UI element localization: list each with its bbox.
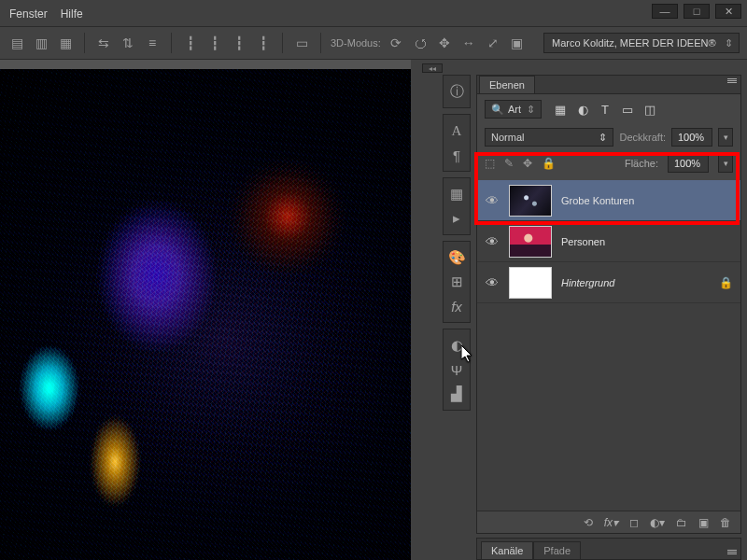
scale-icon[interactable]: ⤢ [484,34,502,52]
workspace-value: Marco Kolditz, MEER DER IDEEN® [552,37,716,49]
fill-stepper[interactable]: ▾ [718,154,733,173]
layer-thumbnail[interactable] [509,185,552,217]
spacing-icon[interactable]: ┇ [230,34,248,52]
pan-icon[interactable]: ✥ [435,34,454,52]
filter-adjustment-icon[interactable]: ◐ [575,102,590,117]
lock-icon: 🔒 [719,276,733,289]
blend-mode-dropdown[interactable]: Normal ⇕ [485,128,613,147]
spacing-icon[interactable]: ┇ [181,34,200,52]
layer-row[interactable]: 👁Hintergrund🔒 [477,262,740,303]
divider [84,33,85,53]
lock-all-icon[interactable]: 🔒 [542,157,556,170]
grid-icon[interactable]: ⊞ [444,270,470,294]
lock-fill-row: ⬚ ✎ ✥ 🔒 Fläche: 100% ▾ [477,150,740,180]
menu-fenster[interactable]: Fenster [9,7,48,21]
divider [282,33,283,53]
layer-list: 👁Grobe Konturen👁Personen👁Hintergrund🔒 [477,180,740,511]
layer-mask-icon[interactable]: ◻ [629,516,639,529]
layer-thumbnail[interactable] [509,226,552,258]
menubar: Fenster Hilfe [0,4,92,24]
canvas-area[interactable] [0,60,411,560]
swatches-icon[interactable]: ▦ [444,182,470,206]
panel-menu-icon[interactable] [727,78,737,83]
layer-name[interactable]: Personen [561,236,605,247]
delete-layer-icon[interactable]: 🗑 [720,516,731,529]
group-icon[interactable]: 🗀 [676,516,687,529]
layer-filter-row: 🔍 Art ⇕ ▦ ◐ T ▭ ◫ [477,94,740,124]
minimize-button[interactable]: — [652,4,678,19]
panel-collapse-handle[interactable]: ◂◂ [422,63,443,73]
auto-align-icon[interactable]: ▭ [292,34,311,52]
divider [320,33,321,53]
options-bar: ▤ ▥ ▦ ⇆ ⇅ ≡ ┇ ┇ ┇ ┇ ▭ 3D-Modus: ⟳ ⭯ ✥ ↔ … [0,26,747,60]
filter-smart-icon[interactable]: ◫ [642,102,657,117]
chevron-down-icon: ⇕ [527,104,535,116]
chevron-updown-icon: ⇕ [725,37,733,49]
layer-row[interactable]: 👁Grobe Konturen [477,180,740,221]
tab-ebenen[interactable]: Ebenen [479,76,535,93]
menu-hilfe[interactable]: Hilfe [61,7,83,21]
histogram-icon[interactable]: ▟ [444,382,470,406]
mode3d-label: 3D-Modus: [331,37,381,49]
visibility-eye-icon[interactable]: 👁 [485,193,500,208]
layer-name[interactable]: Grobe Konturen [561,195,634,206]
camera-icon[interactable]: ▣ [508,34,527,52]
layer-fx-icon[interactable]: fx▾ [604,516,618,529]
fill-label: Fläche: [625,158,658,169]
orbit-icon[interactable]: ⟳ [387,34,405,52]
link-layers-icon[interactable]: ⟲ [584,516,593,529]
tab-pfade[interactable]: Pfade [533,541,581,559]
roll-icon[interactable]: ⭯ [411,34,430,52]
visibility-eye-icon[interactable]: 👁 [485,234,500,249]
blend-opacity-row: Normal ⇕ Deckkraft: 100% ▾ [477,124,740,150]
new-layer-icon[interactable]: ▣ [698,516,709,529]
opacity-label: Deckkraft: [619,132,666,143]
document-image [0,69,411,560]
window-controls: — □ ✕ [652,4,741,19]
play-icon[interactable]: ▸ [444,206,470,231]
maximize-button[interactable]: □ [684,4,710,19]
layer-name[interactable]: Hintergrund [561,277,614,288]
fill-field[interactable]: 100% [668,154,709,173]
lock-pixels-icon[interactable]: ✎ [504,157,514,170]
adjustment-layer-icon[interactable]: ◐▾ [650,516,665,529]
chevron-down-icon: ⇕ [599,132,607,144]
align-left-icon[interactable]: ▤ [7,34,26,52]
character-icon[interactable]: A [444,119,470,143]
color-icon[interactable]: 🎨 [444,245,470,270]
distribute-v-icon[interactable]: ⇅ [119,34,137,52]
divider [171,33,172,53]
layers-panel: Ebenen 🔍 Art ⇕ ▦ ◐ T ▭ ◫ Normal ⇕ Deckkr… [476,75,741,534]
visibility-eye-icon[interactable]: 👁 [485,275,500,290]
filter-pixel-icon[interactable]: ▦ [553,102,568,117]
panel-menu-icon[interactable] [727,550,737,559]
align-right-icon[interactable]: ▦ [56,34,75,52]
filter-kind-value: Art [508,104,521,115]
mouse-cursor [461,345,476,366]
layer-row[interactable]: 👁Personen [477,221,740,262]
close-button[interactable]: ✕ [715,4,741,19]
slide-icon[interactable]: ↔ [459,34,478,52]
filter-type-icon[interactable]: T [598,102,613,117]
paragraph-icon[interactable]: ¶ [444,143,470,167]
blend-mode-value: Normal [491,132,524,143]
lock-transparent-icon[interactable]: ⬚ [485,157,495,170]
spacing-icon[interactable]: ┇ [205,34,224,52]
filter-shape-icon[interactable]: ▭ [620,102,635,117]
opacity-stepper[interactable]: ▾ [718,128,733,147]
distribute-h-icon[interactable]: ⇆ [94,34,113,52]
distribute-center-icon[interactable]: ≡ [143,34,162,52]
lock-position-icon[interactable]: ✥ [523,157,532,170]
opacity-field[interactable]: 100% [671,128,712,147]
styles-icon[interactable]: fx [444,294,470,318]
search-icon: 🔍 [491,104,504,116]
channels-panel-header: Kanäle Pfade [476,538,741,560]
layers-panel-footer: ⟲ fx▾ ◻ ◐▾ 🗀 ▣ 🗑 [477,511,740,533]
tab-kanaele[interactable]: Kanäle [481,541,533,559]
workspace-dropdown[interactable]: Marco Kolditz, MEER DER IDEEN® ⇕ [543,33,740,53]
layer-thumbnail[interactable] [509,267,552,299]
spacing-icon[interactable]: ┇ [254,34,273,52]
info-icon[interactable]: ⓘ [444,79,470,104]
align-center-icon[interactable]: ▥ [32,34,50,52]
filter-kind-dropdown[interactable]: 🔍 Art ⇕ [485,100,542,119]
